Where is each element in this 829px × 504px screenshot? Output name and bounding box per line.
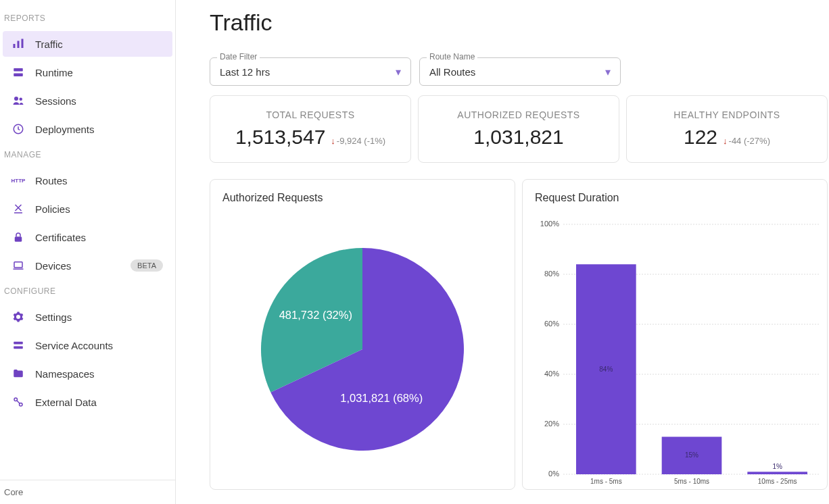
lock-icon bbox=[12, 231, 24, 243]
external-icon bbox=[12, 396, 24, 408]
sidebar-item-label: Runtime bbox=[35, 67, 73, 78]
svg-text:1ms - 5ms: 1ms - 5ms bbox=[590, 478, 622, 485]
folder-icon bbox=[12, 368, 24, 380]
svg-text:100%: 100% bbox=[540, 220, 559, 228]
svg-rect-1 bbox=[18, 41, 20, 49]
sidebar-item-traffic[interactable]: Traffic bbox=[3, 31, 172, 57]
svg-text:60%: 60% bbox=[544, 320, 559, 328]
stat-delta: ↓ -44 (-27%) bbox=[723, 136, 770, 146]
sidebar-item-label: Certificates bbox=[35, 232, 86, 243]
http-icon: HTTP bbox=[12, 174, 24, 186]
sidebar-section-configure: CONFIGURE bbox=[0, 280, 175, 303]
svg-text:1,031,821 (68%): 1,031,821 (68%) bbox=[340, 392, 423, 404]
stat-value: 122 bbox=[684, 126, 717, 149]
svg-text:84%: 84% bbox=[599, 366, 613, 373]
route-name-label: Route Name bbox=[427, 52, 477, 61]
policy-icon bbox=[12, 203, 24, 215]
svg-text:5ms - 10ms: 5ms - 10ms bbox=[674, 478, 709, 485]
svg-text:80%: 80% bbox=[544, 270, 559, 278]
main: Traffic Date Filter Last 12 hrs ▾ Route … bbox=[176, 0, 829, 504]
sidebar-item-label: Settings bbox=[35, 311, 72, 323]
bar-chart-svg: 0%20%40%60%80%100%84%1ms - 5ms15%5ms - 1… bbox=[536, 218, 827, 488]
sidebar-footer: Core bbox=[0, 480, 175, 504]
svg-rect-10 bbox=[14, 342, 23, 345]
stat-value: 1,031,821 bbox=[473, 126, 563, 149]
svg-point-6 bbox=[20, 98, 23, 101]
sidebar: REPORTS Traffic Runtime Sessions Deploym… bbox=[0, 0, 176, 504]
accounts-icon bbox=[12, 339, 24, 351]
route-name-select[interactable]: Route Name All Routes ▾ bbox=[419, 57, 621, 86]
stat-title: HEALTHY ENDPOINTS bbox=[673, 109, 780, 120]
sidebar-item-label: Service Accounts bbox=[35, 340, 113, 351]
svg-rect-8 bbox=[15, 236, 22, 242]
bar-chart-icon bbox=[12, 38, 24, 50]
svg-text:20%: 20% bbox=[544, 420, 559, 428]
date-filter-label: Date Filter bbox=[217, 52, 260, 61]
svg-rect-9 bbox=[14, 262, 22, 268]
sidebar-item-label: Sessions bbox=[35, 95, 76, 107]
sidebar-item-label: Deployments bbox=[35, 124, 95, 135]
stat-delta: ↓ -9,924 (-1%) bbox=[331, 136, 385, 146]
stat-card-authorized-requests: AUTHORIZED REQUESTS 1,031,821 bbox=[418, 95, 619, 163]
svg-text:40%: 40% bbox=[544, 370, 559, 378]
chart-title: Authorized Requests bbox=[210, 180, 515, 204]
sidebar-item-deployments[interactable]: Deployments bbox=[3, 116, 172, 142]
beta-badge: BETA bbox=[131, 259, 163, 272]
svg-text:15%: 15% bbox=[685, 451, 698, 459]
authorized-requests-chart: Authorized Requests 481,732 (32%)1,031,8… bbox=[210, 179, 515, 490]
svg-point-5 bbox=[14, 97, 18, 101]
sidebar-item-label: Devices bbox=[35, 260, 71, 272]
stat-card-total-requests: TOTAL REQUESTS 1,513,547 ↓ -9,924 (-1%) bbox=[210, 95, 411, 163]
laptop-icon bbox=[12, 259, 24, 272]
stat-cards: TOTAL REQUESTS 1,513,547 ↓ -9,924 (-1%) … bbox=[210, 95, 829, 163]
sidebar-item-label: External Data bbox=[35, 397, 97, 408]
history-icon bbox=[12, 123, 24, 135]
arrow-down-icon: ↓ bbox=[723, 136, 728, 146]
sidebar-section-reports: REPORTS bbox=[0, 7, 175, 30]
sidebar-section-manage: MANAGE bbox=[0, 143, 175, 166]
request-duration-chart: Request Duration 0%20%40%60%80%100%84%1m… bbox=[522, 179, 828, 490]
route-name-value: All Routes bbox=[429, 66, 605, 78]
stat-card-healthy-endpoints: HEALTHY ENDPOINTS 122 ↓ -44 (-27%) bbox=[626, 95, 828, 163]
sidebar-item-devices[interactable]: Devices BETA bbox=[3, 253, 172, 278]
sidebar-item-settings[interactable]: Settings bbox=[3, 304, 172, 330]
sidebar-item-label: Traffic bbox=[35, 39, 63, 50]
svg-rect-2 bbox=[22, 39, 24, 49]
pie-chart-svg: 481,732 (32%)1,031,821 (68%) bbox=[261, 248, 464, 451]
svg-text:481,732 (32%): 481,732 (32%) bbox=[279, 309, 352, 321]
svg-rect-3 bbox=[14, 68, 23, 72]
stat-title: AUTHORIZED REQUESTS bbox=[457, 109, 579, 120]
sidebar-item-routes[interactable]: HTTP Routes bbox=[3, 168, 172, 193]
arrow-down-icon: ↓ bbox=[331, 136, 335, 146]
date-filter-select[interactable]: Date Filter Last 12 hrs ▾ bbox=[210, 57, 411, 86]
stat-title: TOTAL REQUESTS bbox=[266, 109, 354, 120]
sidebar-item-label: Policies bbox=[35, 203, 70, 215]
svg-text:0%: 0% bbox=[548, 470, 559, 478]
sidebar-item-label: Routes bbox=[35, 175, 68, 186]
svg-rect-11 bbox=[14, 347, 23, 349]
date-filter-value: Last 12 hrs bbox=[220, 66, 396, 78]
stat-value: 1,513,547 bbox=[235, 126, 325, 149]
sidebar-item-service-accounts[interactable]: Service Accounts bbox=[3, 332, 172, 358]
chart-title: Request Duration bbox=[523, 180, 827, 204]
svg-rect-4 bbox=[14, 74, 23, 77]
users-icon bbox=[12, 95, 24, 107]
sidebar-item-external-data[interactable]: External Data bbox=[3, 389, 172, 415]
svg-rect-0 bbox=[14, 44, 16, 48]
svg-rect-34 bbox=[747, 472, 807, 474]
sidebar-item-certificates[interactable]: Certificates bbox=[3, 224, 172, 250]
svg-text:1%: 1% bbox=[772, 463, 782, 470]
server-icon bbox=[12, 66, 24, 78]
charts-row: Authorized Requests 481,732 (32%)1,031,8… bbox=[210, 179, 829, 490]
sidebar-item-namespaces[interactable]: Namespaces bbox=[3, 361, 172, 386]
sidebar-item-label: Namespaces bbox=[35, 368, 95, 380]
sidebar-item-policies[interactable]: Policies bbox=[3, 196, 172, 222]
gear-icon bbox=[12, 311, 24, 323]
sidebar-item-sessions[interactable]: Sessions bbox=[3, 88, 172, 114]
chevron-down-icon: ▾ bbox=[605, 66, 611, 78]
filters-row: Date Filter Last 12 hrs ▾ Route Name All… bbox=[210, 57, 829, 86]
chevron-down-icon: ▾ bbox=[396, 66, 401, 78]
sidebar-item-runtime[interactable]: Runtime bbox=[3, 59, 172, 85]
page-title: Traffic bbox=[210, 9, 829, 36]
svg-text:10ms - 25ms: 10ms - 25ms bbox=[758, 478, 797, 485]
